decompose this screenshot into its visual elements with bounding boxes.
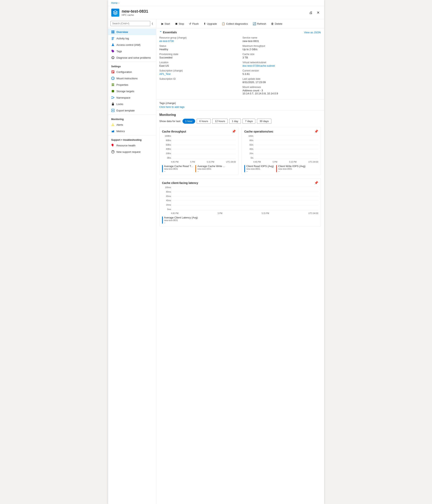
max-throughput-label: Maximum throughput [242,45,321,47]
iam-icon [111,43,114,46]
close-button[interactable]: ✕ [315,9,321,16]
locks-label: Locks [117,103,123,106]
ops-legend-color-1 [276,165,277,172]
sidebar-item-activity-log[interactable]: Activity log [108,35,156,42]
sidebar-item-locks[interactable]: Locks [108,101,156,107]
show-data-label: Show data for last: [159,120,181,123]
location-item: Location East US [159,61,238,67]
tags-label: Tags [117,50,122,53]
main-layout: ⟨ Overview Activity log [108,19,324,504]
sidebar-item-tags[interactable]: Tags [108,48,156,54]
sidebar-item-namespace[interactable]: Namespace [108,94,156,101]
time-btn-6hours[interactable]: 6 hours [197,119,211,124]
ops-y-label-2: 60/s [244,144,253,146]
upgrade-button[interactable]: ⬆ Upgrade [202,21,219,27]
toolbar: ▶ Start ⏹ Stop ↺ Flush ⬆ Upgrade 📋 Co [156,19,324,28]
chevron-icon: ⌃ [159,31,162,34]
sidebar-item-storage[interactable]: Storage targets [108,88,156,94]
time-btn-1day[interactable]: 1 day [229,119,241,124]
sidebar-item-iam[interactable]: Access control (IAM) [108,42,156,48]
tags-section: Tags (change) Click here to add tags [156,99,324,111]
legend-sub-1: new-test-0831 [197,168,225,170]
time-btn-1hour[interactable]: 1 hour [182,119,195,124]
lat-grid-0 [171,186,318,187]
svg-rect-11 [112,72,114,72]
start-button[interactable]: ▶ Start [159,21,172,27]
ops-legend-val-1: -- [278,170,305,172]
refresh-button[interactable]: 🔄 Refresh [251,21,268,27]
sidebar-item-metrics[interactable]: Metrics [108,128,156,134]
svg-rect-7 [112,40,113,40]
lat-legend-val-0: -- [164,222,198,224]
latency-legend: Average Client Latency (Avg) new-test-08… [162,216,318,224]
resource-header: new-test-0831 HPC cache 🖨 ✕ [108,6,324,19]
ops-legend-0: Client Read IOPS (Avg) new-test-0831 -- [244,165,274,172]
throughput-pin-button[interactable]: 📌 [232,129,236,133]
ops-y-label-5: 0/s [244,157,253,159]
sidebar-item-diagnose[interactable]: Diagnose and solve problems [108,54,156,61]
legend-name-0: Average Cache Read T... [164,165,193,168]
metrics-label: Metrics [117,130,125,133]
add-tags-link[interactable]: Click here to add tags [159,105,185,108]
print-button[interactable]: 🖨 [308,9,314,16]
ops-x-label-1: 5 PM [273,161,277,163]
ops-legend-text-0: Client Read IOPS (Avg) new-test-0831 -- [246,165,274,172]
sidebar-item-mount[interactable]: Mount instructions [108,75,156,81]
time-btn-7days[interactable]: 7 days [242,119,255,124]
tags-label: Tags (change) [159,102,321,105]
time-btn-12hours[interactable]: 12 hours [212,119,228,124]
vnet-item: Virtual network/subnet doc-test-0729/cac… [242,61,321,67]
properties-icon [111,83,114,86]
legend-color-0 [162,165,163,172]
lat-legend-text-0: Average Client Latency (Avg) new-test-08… [164,216,198,224]
diagnostics-button[interactable]: 📋 Collect diagnostics [220,21,250,27]
refresh-icon: 🔄 [253,22,256,25]
grid-line-4 [171,154,236,154]
sidebar-item-export[interactable]: Export template [108,107,156,114]
service-name-item: Service name new-test-0831 [242,36,321,43]
diagnose-label: Diagnose and solve problems [117,56,151,59]
lat-legend-name-0: Average Client Latency (Avg) [164,216,198,219]
y-label-1: 80B/s [162,139,171,142]
subscription-value[interactable]: AP1_Test [159,72,238,75]
settings-section-header: Settings [108,63,156,69]
iam-label: Access control (IAM) [117,43,141,46]
latency-x-axis: 4:45 PM 5 PM 5:15 PM UTC-04:00 [171,212,318,215]
lat-y-label-5: 0ms [162,208,171,210]
resource-group-value[interactable]: ek-test-0730 [159,40,238,43]
throughput-header: Cache throughput 📌 [162,129,236,133]
sidebar-item-configuration[interactable]: Configuration [108,69,156,75]
time-filter: Show data for last: 1 hour 6 hours 12 ho… [159,119,321,124]
mount-addresses-label: Mount addresses [242,86,321,89]
lat-x-label-2: 5:15 PM [262,212,269,215]
current-version-item: Current version 5.3.61 [242,69,321,75]
ops-legend-val-0: -- [246,170,274,172]
monitoring-title: Monitoring [159,113,321,117]
flush-icon: ↺ [189,22,191,25]
sidebar-item-support[interactable]: New support request [108,149,156,155]
collapse-sidebar-button[interactable]: ⟨ [151,21,154,26]
max-throughput-value: Up to 2 GB/s [242,48,321,51]
latency-chart-area: 100ms 80ms 60ms 40ms 20ms 0ms [162,186,318,215]
sidebar-item-properties[interactable]: Properties [108,81,156,88]
breadcrumb-home[interactable]: Home [111,2,118,4]
subscription-id-item: Subscription ID [159,78,238,80]
flush-button[interactable]: ↺ Flush [187,21,201,27]
operations-pin-button[interactable]: 📌 [314,129,318,133]
view-json-link[interactable]: View as JSON [304,31,321,34]
lat-x-label-0: 4:45 PM [171,212,179,215]
time-btn-30days[interactable]: 30 days [257,119,271,124]
latency-pin-button[interactable]: 📌 [314,181,318,185]
ops-legend-sub-0: new-test-0831 [246,168,274,170]
sidebar-item-alerts[interactable]: Alerts [108,121,156,128]
sidebar-item-overview[interactable]: Overview [108,29,156,35]
stop-button[interactable]: ⏹ Stop [173,21,186,27]
lat-legend-sub-0: new-test-0831 [164,219,198,222]
sidebar-item-health[interactable]: Resource health [108,142,156,149]
y-label-2: 60B/s [162,144,171,146]
vnet-value[interactable]: doc-test-0729/cache-subnet [242,64,321,67]
last-update-value: 8/31/2020, 17:23:09 [242,81,321,84]
y-label-3: 40B/s [162,148,171,150]
delete-button[interactable]: 🗑 Delete [269,21,284,27]
search-input[interactable] [111,21,150,26]
